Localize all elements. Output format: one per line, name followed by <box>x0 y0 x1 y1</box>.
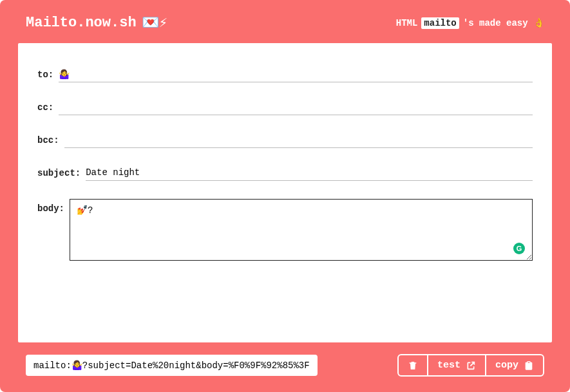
test-button-label: test <box>437 360 461 371</box>
app-container: Mailto.now.sh 💌⚡ HTML mailto 's made eas… <box>0 0 570 392</box>
grammarly-icon[interactable]: G <box>513 243 525 254</box>
cc-row: cc: <box>37 100 533 115</box>
bcc-label: bcc: <box>37 133 64 147</box>
cc-label: cc: <box>37 100 59 115</box>
tagline: HTML mailto 's made easy 👌 <box>396 17 544 29</box>
copy-button-label: copy <box>495 360 518 371</box>
brand-text: Mailto.now.sh <box>26 15 137 31</box>
tagline-mailto: mailto <box>421 17 459 29</box>
footer: mailto:🤷‍♀️?subject=Date%20night&body=%F… <box>0 342 570 392</box>
button-group: test copy <box>397 354 544 377</box>
tagline-html: HTML <box>396 18 418 28</box>
to-input[interactable] <box>59 68 533 82</box>
tagline-rest: 's made easy 👌 <box>463 17 544 28</box>
subject-row: subject: <box>37 166 533 181</box>
brand-emoji: 💌⚡ <box>142 14 167 32</box>
body-textarea[interactable] <box>70 199 533 261</box>
form-panel: to: cc: bcc: subject: body: <box>18 43 552 342</box>
body-row: body: G <box>37 199 533 263</box>
brand-title: Mailto.now.sh 💌⚡ <box>26 14 167 32</box>
cc-input[interactable] <box>59 100 533 115</box>
bcc-row: bcc: <box>37 133 533 148</box>
body-label: body: <box>37 199 70 216</box>
clipboard-icon <box>524 360 534 371</box>
clear-button[interactable] <box>399 355 428 375</box>
external-link-icon <box>466 360 476 371</box>
mailto-output[interactable]: mailto:🤷‍♀️?subject=Date%20night&body=%F… <box>26 355 318 376</box>
trash-icon <box>408 360 418 371</box>
to-label: to: <box>37 68 59 82</box>
copy-button[interactable]: copy <box>486 355 543 375</box>
subject-label: subject: <box>37 166 86 180</box>
bcc-input[interactable] <box>64 133 533 148</box>
header: Mailto.now.sh 💌⚡ HTML mailto 's made eas… <box>0 0 570 43</box>
to-row: to: <box>37 68 533 82</box>
subject-input[interactable] <box>86 166 533 181</box>
test-button[interactable]: test <box>428 355 486 375</box>
